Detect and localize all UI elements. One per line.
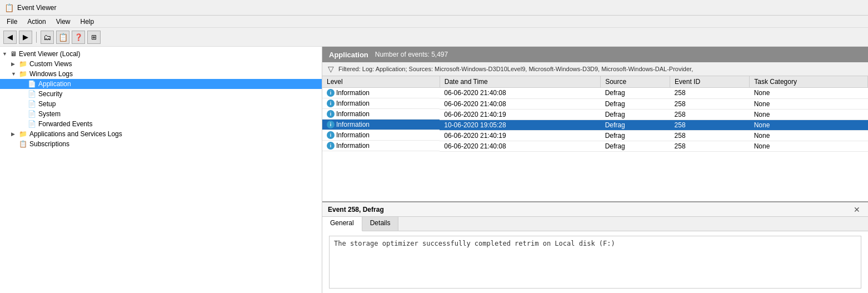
cell-eventid: 258 [670,141,750,151]
cell-eventid: 258 [670,120,750,130]
cell-level: iInformation [322,141,440,151]
tree-item-custom-views[interactable]: ▶ 📁 Custom Views [0,59,322,69]
cell-category: None [750,98,868,109]
cell-source: Defrag [601,141,670,151]
app-title: Event Viewer [17,4,56,12]
menu-file[interactable]: File [2,17,22,27]
filter-text: Filtered: Log: Application; Sources: Mic… [338,66,693,72]
windows-logs-label: Windows Logs [29,70,73,78]
table-row[interactable]: iInformation06-06-2020 21:40:08Defrag258… [322,141,868,151]
table-row[interactable]: iInformation10-06-2020 19:05:28Defrag258… [322,120,868,130]
tree-item-subscriptions[interactable]: 📋 Subscriptions [0,139,322,149]
tab-details[interactable]: Details [362,217,399,231]
custom-views-expand-icon: ▶ [11,61,17,67]
close-button[interactable]: ✕ [851,205,862,214]
tree-item-forwarded-events[interactable]: 📄 Forwarded Events [0,119,322,129]
folder-icon-windows-logs: 📁 [19,70,27,78]
tree-item-security[interactable]: 📄 Security [0,89,322,99]
windows-logs-expand-icon: ▼ [11,71,17,77]
cell-source: Defrag [601,130,670,141]
forward-button[interactable]: ▶ [19,31,32,44]
root-label: Event Viewer (Local) [19,50,81,58]
detail-header: Event 258, Defrag ✕ [322,202,868,217]
security-label: Security [38,90,62,98]
filter-bar: ▽ Filtered: Log: Application; Sources: M… [322,62,868,76]
forwarded-events-label: Forwarded Events [38,120,92,128]
cell-source: Defrag [601,109,670,120]
open-folder-button[interactable]: 🗂 [41,31,54,44]
cell-eventid: 258 [670,130,750,141]
table-row[interactable]: iInformation06-06-2020 21:40:19Defrag258… [322,109,868,120]
tree-item-setup[interactable]: 📄 Setup [0,99,322,109]
tree-item-windows-logs[interactable]: ▼ 📁 Windows Logs [0,69,322,79]
cell-category: None [750,141,868,151]
col-category[interactable]: Task Category [750,76,868,88]
events-table: Level Date and Time Source Event ID Task… [322,76,868,152]
col-level[interactable]: Level [322,76,440,88]
cell-category: None [750,109,868,120]
doc-icon-system: 📄 [28,110,36,118]
back-button[interactable]: ◀ [3,31,17,44]
tree-item-apps-services-logs[interactable]: ▶ 📁 Applications and Services Logs [0,129,322,139]
left-panel: ▼ 🖥 Event Viewer (Local) ▶ 📁 Custom View… [0,47,322,293]
cell-level: iInformation [322,98,440,109]
col-source[interactable]: Source [601,76,670,88]
table-row[interactable]: iInformation06-06-2020 21:40:19Defrag258… [322,130,868,141]
tab-general[interactable]: General [322,217,362,231]
detail-title: Event 258, Defrag [328,206,384,213]
toolbar: ◀ ▶ 🗂 📋 ❓ ⊞ [0,28,868,47]
properties-button[interactable]: 📋 [56,31,69,44]
col-eventid[interactable]: Event ID [670,76,750,88]
cell-level: iInformation [322,88,440,98]
system-label: System [38,110,61,118]
doc-icon-security: 📄 [28,90,36,98]
events-table-wrapper[interactable]: Level Date and Time Source Event ID Task… [322,76,868,201]
cell-category: None [750,120,868,130]
tree-item-system[interactable]: 📄 System [0,109,322,119]
col-datetime[interactable]: Date and Time [440,76,600,88]
info-icon: i [327,100,335,107]
cell-level: iInformation [322,109,440,120]
cell-level: iInformation [322,130,440,141]
help-button[interactable]: ❓ [72,31,85,44]
log-title: Application [329,51,368,59]
root-expand-icon: ▼ [2,51,8,57]
setup-label: Setup [38,100,56,108]
app-icon: 📋 [4,3,14,12]
info-icon: i [327,121,335,128]
cell-datetime: 10-06-2020 19:05:28 [440,120,600,130]
tree-item-application[interactable]: 📄 Application [0,79,322,89]
application-label: Application [38,80,71,88]
filter-icon: ▽ [328,64,334,73]
subscriptions-label: Subscriptions [29,140,69,148]
tree-root[interactable]: ▼ 🖥 Event Viewer (Local) [0,49,322,59]
info-icon: i [327,110,335,118]
folder-icon-apps-services-logs: 📁 [19,130,27,138]
toolbar-separator-1 [36,32,37,43]
table-header-row: Level Date and Time Source Event ID Task… [322,76,868,88]
title-bar: 📋 Event Viewer [0,0,868,16]
table-row[interactable]: iInformation06-06-2020 21:40:08Defrag258… [322,98,868,109]
doc-icon-setup: 📄 [28,100,36,108]
detail-panel: Event 258, Defrag ✕ General Details [322,201,868,293]
cell-level: iInformation [322,120,440,130]
menu-help[interactable]: Help [76,17,99,27]
info-icon: i [327,131,335,139]
computer-icon: 🖥 [10,50,17,58]
cell-category: None [750,88,868,99]
cell-eventid: 258 [670,88,750,99]
grid-button[interactable]: ⊞ [87,31,101,44]
detail-text[interactable] [329,236,861,289]
cell-datetime: 06-06-2020 21:40:19 [440,109,600,120]
apps-services-logs-expand-icon: ▶ [11,131,17,137]
detail-content [322,231,868,293]
cell-datetime: 06-06-2020 21:40:08 [440,141,600,151]
main-content: ▼ 🖥 Event Viewer (Local) ▶ 📁 Custom View… [0,47,868,293]
apps-services-logs-label: Applications and Services Logs [29,130,122,138]
cell-eventid: 258 [670,109,750,120]
menu-action[interactable]: Action [23,17,50,27]
cell-datetime: 06-06-2020 21:40:08 [440,88,600,99]
table-row[interactable]: iInformation06-06-2020 21:40:08Defrag258… [322,88,868,99]
menu-view[interactable]: View [52,17,75,27]
custom-views-label: Custom Views [29,60,72,68]
